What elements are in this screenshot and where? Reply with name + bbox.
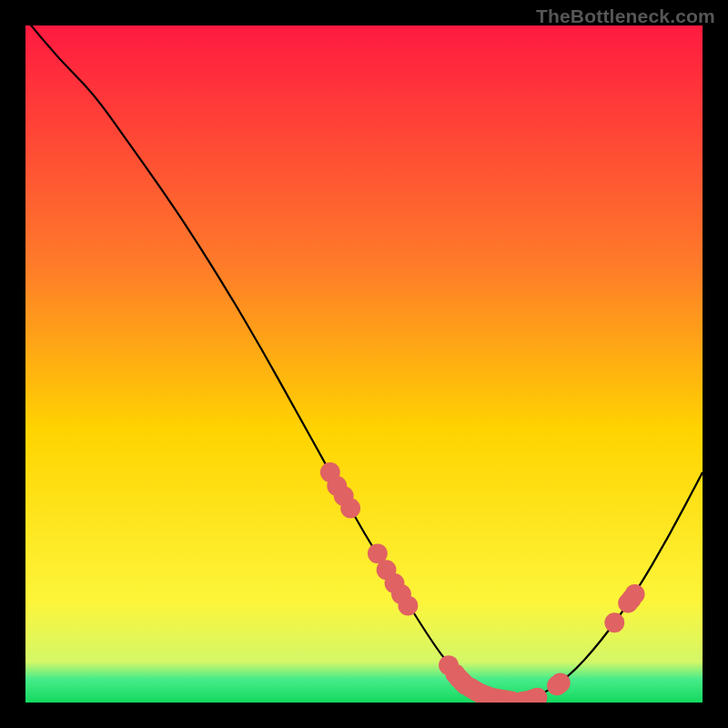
watermark-label: TheBottleneck.com — [536, 5, 715, 27]
chart-panel — [25, 25, 703, 703]
curve-marker — [604, 612, 624, 632]
curve-marker — [398, 596, 418, 616]
chart-svg — [25, 25, 703, 703]
curve-marker — [340, 499, 360, 519]
chart-background — [25, 25, 703, 703]
curve-marker — [551, 672, 571, 693]
curve-marker — [625, 584, 645, 604]
